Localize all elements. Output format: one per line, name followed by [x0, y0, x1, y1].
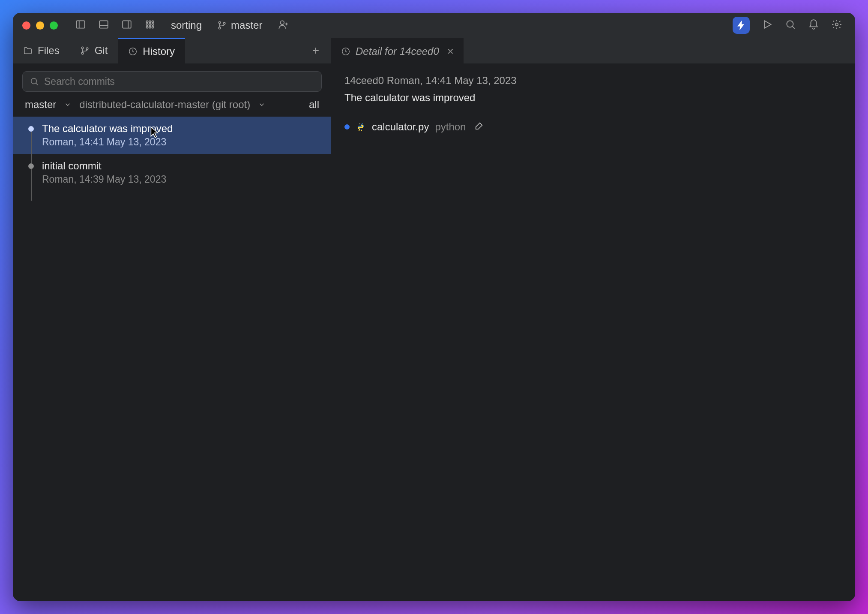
close-window-button[interactable]: [22, 21, 30, 30]
file-directory: python: [435, 121, 466, 133]
run-icon[interactable]: [762, 19, 773, 32]
svg-rect-4: [123, 21, 131, 28]
branch-icon: [217, 21, 227, 30]
svg-point-14: [152, 26, 153, 28]
svg-point-32: [359, 123, 360, 124]
history-sidebar: Files Git History + master: [13, 38, 332, 601]
search-icon[interactable]: [785, 19, 796, 32]
svg-line-30: [36, 83, 38, 85]
sidebar-tabs: Files Git History +: [13, 38, 331, 63]
file-name: calculator.py: [372, 121, 429, 133]
commit-title: initial commit: [42, 160, 319, 172]
detail-tab-title: Detail for 14ceed0: [356, 45, 439, 57]
settings-icon[interactable]: [831, 19, 842, 32]
commit-message: The calculator was improved: [344, 92, 842, 104]
svg-point-22: [787, 21, 793, 27]
search-icon: [30, 77, 39, 86]
svg-line-23: [792, 26, 794, 28]
window-controls: [22, 21, 58, 30]
svg-point-13: [149, 26, 151, 28]
left-panel-icon[interactable]: [75, 19, 86, 32]
edit-icon[interactable]: [472, 121, 484, 132]
close-tab-button[interactable]: ✕: [447, 46, 454, 57]
changed-file-row[interactable]: calculator.py python: [344, 121, 842, 133]
chevron-down-icon: [64, 101, 72, 108]
project-name[interactable]: sorting: [171, 19, 202, 31]
tab-git[interactable]: Git: [70, 38, 118, 63]
ai-assistant-button[interactable]: [733, 17, 750, 34]
folder-icon: [23, 46, 33, 55]
history-filters: master distributed-calculator-master (gi…: [13, 97, 331, 117]
svg-point-29: [31, 78, 37, 84]
titlebar-right-icons: [733, 17, 842, 34]
svg-point-12: [146, 26, 148, 28]
titlebar: sorting master: [13, 13, 855, 38]
right-panel-icon[interactable]: [121, 19, 132, 32]
svg-point-24: [835, 23, 838, 26]
svg-point-15: [218, 21, 221, 24]
svg-point-9: [146, 24, 148, 25]
python-file-icon: [356, 122, 366, 132]
svg-point-11: [152, 24, 153, 25]
zoom-window-button[interactable]: [50, 21, 58, 30]
scope-filter[interactable]: all: [309, 99, 319, 111]
root-filter[interactable]: distributed-calculator-master (git root): [79, 99, 250, 111]
svg-rect-2: [99, 21, 108, 28]
detail-tab[interactable]: Detail for 14ceed0 ✕: [332, 38, 464, 63]
minimize-window-button[interactable]: [36, 21, 44, 30]
commit-meta: Roman, 14:41 May 13, 2023: [42, 136, 319, 148]
branch-indicator[interactable]: master: [217, 19, 262, 31]
branch-icon: [80, 46, 90, 55]
svg-point-27: [86, 48, 88, 50]
clock-icon: [341, 47, 350, 56]
add-tab-button[interactable]: +: [300, 38, 331, 63]
clock-icon: [128, 47, 138, 56]
svg-point-25: [81, 47, 84, 49]
branch-name: master: [231, 19, 262, 31]
svg-point-26: [81, 52, 84, 54]
tab-files[interactable]: Files: [13, 38, 70, 63]
commit-item[interactable]: The calculator was improved Roman, 14:41…: [13, 117, 331, 154]
notifications-icon[interactable]: [808, 19, 819, 32]
svg-rect-0: [76, 21, 85, 28]
commit-meta: Roman, 14:39 May 13, 2023: [42, 174, 319, 185]
tab-history[interactable]: History: [118, 38, 185, 63]
branch-filter[interactable]: master: [25, 99, 56, 111]
svg-point-33: [361, 129, 362, 130]
commit-list: The calculator was improved Roman, 14:41…: [13, 117, 331, 601]
svg-point-7: [149, 21, 151, 22]
commit-detail-panel: Detail for 14ceed0 ✕ 14ceed0 Roman, 14:4…: [332, 38, 855, 601]
search-commits-input[interactable]: [22, 71, 322, 92]
commit-title: The calculator was improved: [42, 123, 319, 135]
add-collaborator-icon[interactable]: [278, 19, 289, 32]
apps-grid-icon[interactable]: [144, 19, 156, 32]
layout-icons: [75, 19, 156, 32]
bottom-panel-icon[interactable]: [98, 19, 109, 32]
svg-point-16: [218, 27, 221, 29]
svg-point-6: [146, 21, 148, 22]
ide-window: sorting master Files: [13, 13, 855, 601]
commit-header: 14ceed0 Roman, 14:41 May 13, 2023: [344, 75, 842, 87]
svg-point-18: [281, 21, 284, 24]
svg-point-8: [152, 21, 153, 22]
chevron-down-icon: [258, 101, 266, 108]
svg-marker-21: [765, 21, 771, 28]
commit-item[interactable]: initial commit Roman, 14:39 May 13, 2023: [13, 154, 331, 191]
detail-tabs: Detail for 14ceed0 ✕: [332, 38, 855, 63]
search-commits-field[interactable]: [44, 76, 314, 87]
svg-point-10: [149, 24, 151, 25]
svg-point-17: [223, 22, 225, 24]
modified-dot-icon: [344, 124, 350, 129]
